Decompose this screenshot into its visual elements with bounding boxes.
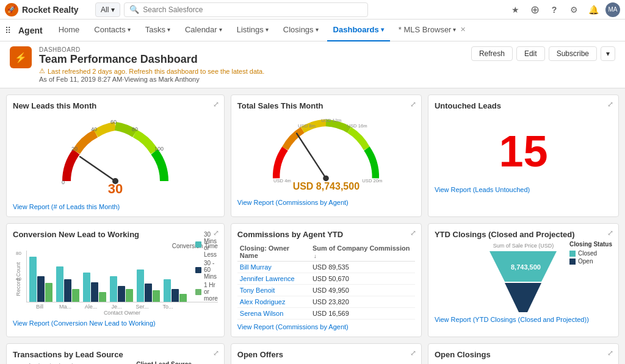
bar-group-bill	[29, 257, 52, 302]
tab-home[interactable]: Home	[52, 20, 86, 41]
dashboard-info: As of Feb 11, 2019 8:27 AM·Viewing as Ma…	[39, 76, 264, 83]
widget-transactions: Transactions by Lead Source ⤢ Sum of Sal…	[6, 343, 225, 364]
tab-calendar[interactable]: Calendar ▾	[179, 20, 228, 41]
search-area: All ▾ 🔍	[95, 2, 503, 17]
agent-label: Agent	[18, 26, 43, 35]
tab-closings[interactable]: Closings ▾	[277, 20, 325, 41]
logo-area: 🚀 Rocket Realty	[5, 3, 90, 16]
closings-chevron-icon: ▾	[316, 26, 319, 33]
widget-total-sales: Total Sales This Month ⤢ USD 4m USD 8m U…	[231, 95, 422, 217]
bar-group-ser	[137, 269, 160, 302]
total-sales-expand-icon[interactable]: ⤢	[410, 100, 416, 109]
commission-name-jennifer[interactable]: Jennifer Lawrence	[237, 273, 310, 285]
ytd-closings-funnel: 8,743,500	[483, 251, 563, 312]
svg-text:60: 60	[110, 120, 117, 125]
commission-name-tony[interactable]: Tony Benoit	[237, 285, 310, 296]
settings-icon[interactable]: ⚙	[566, 2, 581, 17]
bar-bill-dark	[37, 276, 45, 302]
tab-listings[interactable]: Listings ▾	[231, 20, 275, 41]
svg-text:80: 80	[132, 126, 138, 132]
app-grid-icon[interactable]: ⠿	[5, 26, 11, 35]
search-input[interactable]	[143, 5, 363, 14]
open-offers-expand-icon[interactable]: ⤢	[410, 349, 416, 357]
transactions-expand-icon[interactable]: ⤢	[213, 349, 219, 357]
untouched-leads-title: Untouched Leads	[435, 101, 612, 110]
open-offers-title: Open Offers	[237, 350, 415, 359]
conversion-link[interactable]: View Report (Conversion New Lead to Work…	[13, 319, 218, 327]
actions-dropdown-button[interactable]: ▾	[601, 46, 615, 61]
table-row: Tony Benoit USD 49,950	[237, 285, 415, 296]
commission-value-tony: USD 49,950	[310, 285, 415, 296]
ytd-legend-title: Closing Status	[569, 241, 612, 248]
search-scope-dropdown[interactable]: All ▾	[95, 2, 120, 17]
svg-point-9	[323, 176, 330, 182]
ytd-y-label: Sum of Sale Price (USD)	[493, 243, 554, 249]
transactions-title: Transactions by Lead Source	[13, 350, 218, 359]
refresh-button[interactable]: Refresh	[471, 46, 513, 61]
total-sales-gauge-svg: USD 4m USD 8m USD 12m USD 16m USD 20m	[265, 117, 387, 184]
tab-tasks[interactable]: Tasks ▾	[139, 20, 176, 41]
ytd-legend-closed-dot	[569, 251, 576, 257]
legend-dot-teal	[195, 241, 201, 248]
contacts-chevron-icon: ▾	[128, 26, 131, 33]
app-title: Rocket Realty	[22, 5, 79, 15]
svg-text:20: 20	[71, 146, 78, 152]
commissions-col-value: Sum of Company Commission ↓	[310, 243, 415, 262]
user-avatar[interactable]: MA	[605, 2, 620, 17]
commission-name-serena[interactable]: Serena Wilson	[237, 308, 310, 319]
dashboards-chevron-icon: ▾	[381, 26, 384, 33]
search-icon: 🔍	[129, 5, 139, 14]
help-icon[interactable]: ?	[547, 2, 562, 17]
untouched-leads-link[interactable]: View Report (Leads Untouched)	[435, 186, 612, 193]
commission-name-bill[interactable]: Bill Murray	[237, 262, 310, 273]
commissions-expand-icon[interactable]: ⤢	[410, 229, 416, 237]
new-leads-gauge-svg: 0 20 40 60 80 100	[54, 120, 176, 187]
open-closings-expand-icon[interactable]: ⤢	[607, 349, 613, 357]
bar-bill-green	[45, 283, 52, 302]
widget-open-closings: Open Closings ⤢ Listing: Title Target Cl…	[428, 343, 619, 364]
bar-group-ale	[83, 273, 106, 302]
notifications-icon[interactable]: 🔔	[586, 2, 601, 17]
svg-text:USD 12m: USD 12m	[322, 118, 342, 123]
dashboard-title: Team Performance Dashboard	[39, 53, 264, 66]
table-row: Jennifer Lawrence USD 50,670	[237, 273, 415, 285]
svg-text:100: 100	[154, 146, 164, 152]
conversion-subtitle: Conversion Time	[26, 243, 218, 249]
favorites-icon[interactable]: ★	[508, 2, 522, 17]
commission-name-alex[interactable]: Alex Rodriguez	[237, 296, 310, 308]
new-leads-title: New Leads this Month	[13, 101, 218, 110]
ytd-closings-expand-icon[interactable]: ⤢	[607, 229, 613, 237]
logo-icon: 🚀	[5, 3, 18, 16]
svg-marker-16	[505, 283, 541, 312]
edit-button[interactable]: Edit	[516, 46, 545, 61]
search-bar[interactable]: 🔍	[124, 2, 368, 17]
new-leads-expand-icon[interactable]: ⤢	[213, 100, 219, 109]
total-sales-gauge: USD 4m USD 8m USD 12m USD 16m USD 20m US…	[237, 114, 415, 195]
tasks-chevron-icon: ▾	[167, 26, 170, 33]
svg-text:USD 20m: USD 20m	[363, 178, 383, 184]
tab-dashboards[interactable]: Dashboards ▾	[327, 20, 390, 41]
conversion-title: Conversion New Lead to Working	[13, 230, 218, 239]
dashboard-header: ⚡ DASHBOARD Team Performance Dashboard ⚠…	[0, 41, 625, 88]
dashboard-icon: ⚡	[10, 46, 32, 68]
add-icon[interactable]: ⊕	[527, 2, 542, 17]
new-leads-gauge: 0 20 40 60 80 100 30	[13, 114, 218, 199]
tab-mls-browser[interactable]: * MLS Browser ▾ ✕	[392, 20, 472, 41]
subscribe-button[interactable]: Subscribe	[549, 46, 597, 61]
svg-text:USD 4m: USD 4m	[273, 178, 291, 184]
untouched-leads-expand-icon[interactable]: ⤢	[607, 100, 613, 109]
commission-value-jennifer: USD 50,670	[310, 273, 415, 285]
commissions-link[interactable]: View Report (Commissions by Agent)	[237, 323, 415, 330]
total-sales-title: Total Sales This Month	[237, 101, 415, 110]
ytd-closings-link[interactable]: View Report (YTD Closings (Closed and Pr…	[435, 316, 612, 323]
listings-chevron-icon: ▾	[266, 26, 269, 33]
svg-line-0	[80, 157, 115, 181]
new-leads-value: 30	[108, 181, 123, 197]
dashboard-warning: ⚠ Last refreshed 2 days ago. Refresh thi…	[39, 67, 264, 75]
new-leads-link[interactable]: View Report (# of Leads this Month)	[13, 203, 218, 210]
ytd-closings-title: YTD Closings (Closed and Projected)	[435, 230, 612, 239]
top-navigation: 🚀 Rocket Realty All ▾ 🔍 ★ ⊕ ? ⚙ 🔔 MA	[0, 0, 625, 20]
total-sales-link[interactable]: View Report (Commissions by Agent)	[237, 199, 415, 206]
tab-contacts[interactable]: Contacts ▾	[88, 20, 136, 41]
tab-close-icon[interactable]: ✕	[460, 26, 466, 34]
